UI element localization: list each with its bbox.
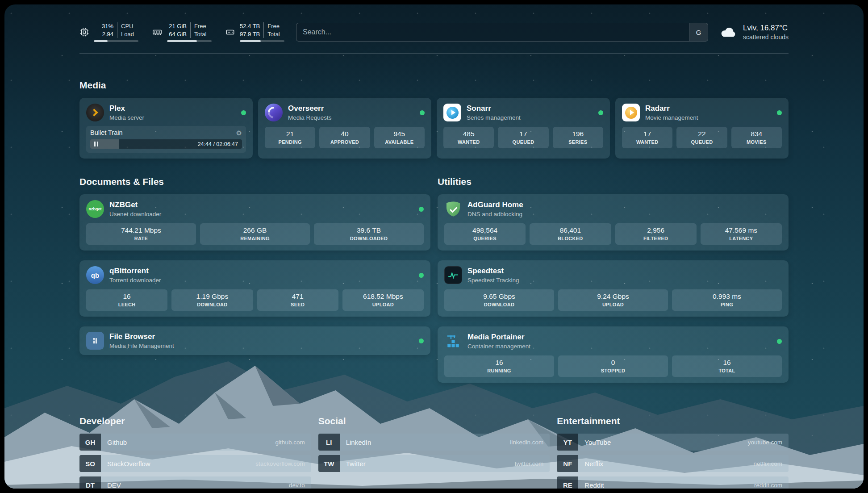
app-card-qbittorrent[interactable]: qb qBittorrent Torrent downloader 16 LEE…: [79, 260, 430, 317]
bookmark-name: StackOverflow: [107, 460, 150, 468]
disk-icon: [225, 27, 235, 37]
search-input[interactable]: [296, 23, 689, 41]
status-dot: [419, 273, 424, 278]
section-media: Media Plex Media server Bullet Train: [79, 80, 789, 159]
bookmark-twitter[interactable]: TW Twitter twitter.com: [318, 455, 550, 472]
stat-stopped: 0 STOPPED: [558, 355, 668, 377]
speedtest-icon: [444, 266, 462, 284]
stat-upload: 618.52 Mbps UPLOAD: [342, 289, 424, 311]
bookmark-linkedin[interactable]: LI LinkedIn linkedin.com: [318, 434, 550, 451]
qbittorrent-icon: qb: [86, 266, 104, 284]
status-dot: [241, 110, 246, 115]
app-name: Speedtest: [467, 267, 519, 276]
dashboard-window: 31% 2.94 CPU Load: [4, 4, 864, 489]
bookmark-name: YouTube: [584, 439, 611, 446]
app-name: Media Portainer: [467, 333, 530, 342]
app-card-plex[interactable]: Plex Media server Bullet Train ⚙: [79, 98, 253, 159]
ram-free-label: Free: [194, 22, 206, 30]
radarr-icon: [622, 104, 640, 121]
now-playing-title: Bullet Train: [90, 129, 123, 136]
stat-remaining: 266 GB REMAINING: [200, 223, 310, 245]
app-subtitle: Media Requests: [288, 114, 332, 121]
cpu-label: CPU: [121, 22, 134, 30]
ram-progress-bar: [167, 40, 212, 42]
bookmark-stackoverflow[interactable]: SO StackOverflow stackoverflow.com: [79, 455, 311, 472]
app-name: Plex: [109, 104, 144, 113]
app-subtitle: Media server: [109, 114, 144, 121]
stat-seed: 471 SEED: [257, 289, 338, 311]
search-bar[interactable]: G: [296, 23, 708, 42]
status-dot: [598, 110, 603, 115]
app-card-sonarr[interactable]: Sonarr Series management 485 WANTED 17 Q…: [437, 98, 610, 159]
pause-icon[interactable]: [94, 142, 98, 146]
bookmark-abbr: SO: [79, 455, 101, 472]
app-name: Radarr: [645, 104, 698, 113]
bookmark-abbr: LI: [318, 434, 340, 451]
cpu-progress-bar: [94, 40, 138, 42]
stat-queries: 498,564 QUERIES: [444, 223, 526, 245]
status-dot: [777, 110, 782, 115]
overseerr-icon: [265, 104, 283, 121]
plex-progress-bar[interactable]: 24:44 / 02:06:47: [90, 139, 242, 149]
bookmark-abbr: TW: [318, 455, 340, 472]
adguard-icon: [444, 200, 462, 218]
cloud-icon: [720, 25, 738, 40]
filebrowser-icon: [86, 332, 104, 350]
top-bar: 31% 2.94 CPU Load: [79, 22, 789, 42]
bookmark-url: github.com: [275, 439, 305, 446]
disk-widget: 52.4 TB 97.9 TB Free Total: [225, 22, 284, 42]
app-card-speedtest[interactable]: Speedtest Speedtest Tracking 9.65 Gbps D…: [438, 260, 789, 317]
app-subtitle: Movie management: [645, 114, 698, 121]
stat-available: 945 AVAILABLE: [374, 127, 425, 148]
ram-free-value: 21 GiB: [169, 22, 187, 30]
disk-total-label: Total: [267, 30, 280, 38]
bookmark-abbr: YT: [557, 434, 578, 451]
app-card-portainer[interactable]: Media Portainer Container management 16 …: [438, 326, 789, 383]
plex-now-playing: Bullet Train ⚙ 24:44 / 02:06:47: [86, 126, 246, 153]
app-card-radarr[interactable]: Radarr Movie management 17 WANTED 22 QUE…: [615, 98, 789, 159]
stat-filtered: 2,956 FILTERED: [615, 223, 697, 245]
section-title-documents: Documents & Files: [79, 176, 430, 187]
stat-series: 196 SERIES: [553, 127, 603, 148]
bookmark-abbr: GH: [79, 434, 101, 451]
stat-total: 16 TOTAL: [672, 355, 782, 377]
bookmark-name: Reddit: [584, 481, 604, 489]
settings-gear-icon[interactable]: ⚙: [236, 130, 242, 136]
stat-wanted: 485 WANTED: [443, 127, 494, 148]
search-engine-button[interactable]: G: [689, 23, 708, 41]
bookmark-name: DEV: [107, 481, 121, 489]
app-card-overseerr[interactable]: Overseerr Media Requests 21 PENDING 40 A…: [258, 98, 431, 159]
app-subtitle: Usenet downloader: [109, 211, 161, 217]
app-card-filebrowser[interactable]: File Browser Media File Management: [79, 326, 430, 355]
bookmark-youtube[interactable]: YT YouTube youtube.com: [557, 434, 789, 451]
stat-pending: 21 PENDING: [265, 127, 315, 148]
app-name: NZBGet: [109, 201, 161, 209]
stat-running: 16 RUNNING: [444, 355, 554, 377]
app-subtitle: Torrent downloader: [109, 277, 161, 284]
weather-condition: scattered clouds: [743, 33, 789, 41]
bookmark-url: twitter.com: [515, 460, 544, 467]
app-card-nzbget[interactable]: nzbget NZBGet Usenet downloader 744.21 M…: [79, 194, 430, 251]
status-dot: [419, 338, 424, 343]
bookmark-name: Github: [107, 439, 127, 446]
bookmark-github[interactable]: GH Github github.com: [79, 434, 311, 451]
app-card-adguard[interactable]: AdGuard Home DNS and adblocking 498,564 …: [438, 194, 789, 251]
stat-download: 9.65 Gbps DOWNLOAD: [444, 289, 554, 311]
bookmark-name: LinkedIn: [346, 439, 371, 446]
resource-widgets: 31% 2.94 CPU Load: [79, 22, 284, 42]
cpu-icon: [79, 27, 89, 37]
bookmark-url: linkedin.com: [510, 439, 543, 446]
bookmark-abbr: RE: [557, 476, 578, 489]
bookmark-dev[interactable]: DT DEV dev.to: [79, 476, 311, 489]
disk-progress-bar: [240, 40, 284, 42]
bookmark-name: Netflix: [584, 460, 603, 468]
app-name: qBittorrent: [109, 267, 161, 276]
app-subtitle: Series management: [467, 114, 521, 121]
status-dot: [777, 339, 782, 344]
bookmark-netflix[interactable]: NF Netflix netflix.com: [557, 455, 789, 472]
bookmark-reddit[interactable]: RE Reddit reddit.com: [557, 476, 789, 489]
section-title-utilities: Utilities: [438, 176, 789, 187]
ram-total-label: Total: [194, 30, 206, 38]
stat-leech: 16 LEECH: [86, 289, 167, 311]
section-utilities: Utilities AdGuard Home DNS and adblockin…: [438, 176, 789, 383]
